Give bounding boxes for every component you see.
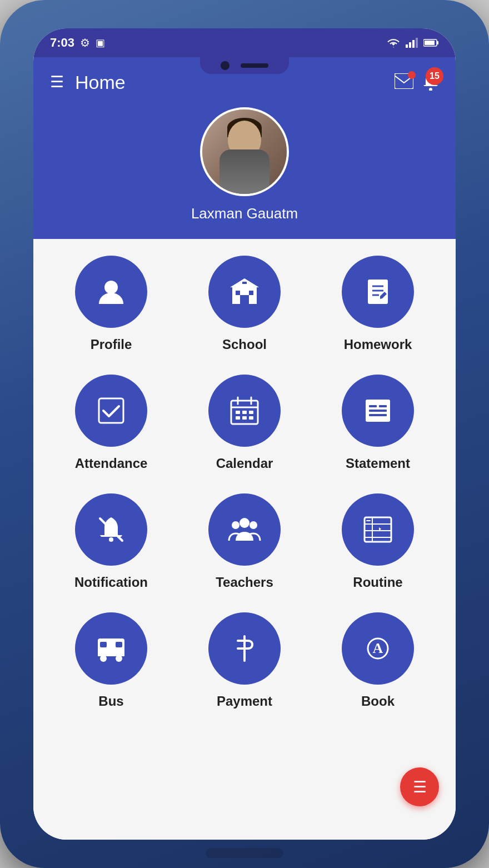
svg-rect-16 xyxy=(368,280,388,304)
svg-rect-1 xyxy=(409,42,411,48)
svg-rect-33 xyxy=(369,410,387,412)
sim-icon: ▣ xyxy=(96,37,105,49)
grid-item-teachers[interactable]: Teachers xyxy=(189,493,300,590)
grid-item-payment[interactable]: Payment xyxy=(189,612,300,709)
notification-icon-circle xyxy=(75,493,147,566)
profile-icon xyxy=(94,275,128,308)
svg-rect-2 xyxy=(412,40,415,48)
fab-button[interactable]: ☰ xyxy=(400,767,439,806)
grid-item-homework[interactable]: Homework xyxy=(322,256,433,352)
svg-rect-3 xyxy=(416,38,418,48)
header-title: Home xyxy=(75,72,126,93)
bus-icon-circle xyxy=(75,612,147,685)
svg-point-39 xyxy=(232,521,239,529)
speaker xyxy=(241,63,268,68)
phone-frame: 7:03 ⚙ ▣ xyxy=(0,0,489,868)
svg-point-36 xyxy=(109,537,113,542)
teachers-icon xyxy=(228,513,261,546)
bus-label: Bus xyxy=(98,694,123,709)
battery-icon xyxy=(423,38,439,47)
notification-label: Notification xyxy=(74,575,148,590)
status-bar: 7:03 ⚙ ▣ xyxy=(33,28,456,57)
statement-label: Statement xyxy=(346,456,410,471)
svg-rect-12 xyxy=(240,295,249,304)
hamburger-menu[interactable]: ☰ xyxy=(50,74,64,90)
grid-row-1: Profile School xyxy=(44,256,445,352)
grid-item-notification[interactable]: Notification xyxy=(56,493,167,590)
svg-rect-15 xyxy=(242,282,247,284)
grid-item-calendar[interactable]: Calendar xyxy=(189,375,300,471)
profile-label: Profile xyxy=(91,337,132,352)
book-icon-circle: A xyxy=(342,612,414,685)
profile-section: Laxman Gauatm xyxy=(33,107,456,239)
svg-point-8 xyxy=(429,88,432,91)
routine-icon-circle xyxy=(342,493,414,566)
email-icon-wrap[interactable] xyxy=(395,73,413,91)
grid-item-school[interactable]: School xyxy=(189,256,300,352)
camera-notch xyxy=(200,57,289,74)
svg-point-9 xyxy=(104,281,118,294)
grid-item-book[interactable]: A Book xyxy=(322,612,433,709)
svg-rect-26 xyxy=(242,411,247,414)
statement-icon-circle xyxy=(342,375,414,447)
svg-rect-25 xyxy=(236,411,240,414)
profile-icon-circle xyxy=(75,256,147,328)
phone-screen: 7:03 ⚙ ▣ xyxy=(33,28,456,840)
profile-name: Laxman Gauatm xyxy=(191,205,298,222)
svg-rect-30 xyxy=(249,416,253,420)
book-label: Book xyxy=(361,694,395,709)
svg-rect-32 xyxy=(369,405,377,407)
svg-rect-0 xyxy=(406,44,408,48)
book-icon: A xyxy=(361,632,395,665)
fab-icon: ☰ xyxy=(413,778,427,796)
notification-off-icon xyxy=(94,513,128,546)
svg-rect-13 xyxy=(236,291,240,295)
routine-icon xyxy=(361,513,395,546)
calendar-icon-circle xyxy=(208,375,281,447)
grid-item-bus[interactable]: Bus xyxy=(56,612,167,709)
svg-rect-5 xyxy=(437,41,438,44)
svg-rect-28 xyxy=(236,416,240,420)
svg-text:A: A xyxy=(373,640,383,656)
routine-label: Routine xyxy=(353,575,402,590)
svg-point-38 xyxy=(239,518,250,528)
attendance-icon-circle xyxy=(75,375,147,447)
email-badge-dot xyxy=(408,71,416,79)
teachers-label: Teachers xyxy=(216,575,273,590)
svg-rect-35 xyxy=(379,405,387,407)
notification-icon-wrap[interactable]: 15 xyxy=(422,72,439,93)
grid-row-3: Notification Teachers xyxy=(44,493,445,590)
home-button[interactable] xyxy=(206,848,283,858)
grid-item-profile[interactable]: Profile xyxy=(56,256,167,352)
bus-icon xyxy=(94,632,128,665)
camera-lens xyxy=(221,61,229,70)
avatar xyxy=(200,107,289,196)
svg-rect-50 xyxy=(116,642,122,647)
svg-rect-29 xyxy=(242,416,247,420)
homework-icon xyxy=(361,275,395,308)
attendance-icon xyxy=(94,394,128,427)
payment-icon xyxy=(228,632,261,665)
notification-badge: 15 xyxy=(426,67,443,85)
signal-icon xyxy=(406,38,418,48)
svg-rect-27 xyxy=(249,411,253,414)
school-label: School xyxy=(222,337,267,352)
payment-label: Payment xyxy=(217,694,272,709)
svg-rect-34 xyxy=(369,414,387,416)
homework-label: Homework xyxy=(344,337,412,352)
calendar-label: Calendar xyxy=(216,456,273,471)
grid-item-routine[interactable]: Routine xyxy=(322,493,433,590)
main-content: Profile School xyxy=(33,239,456,840)
svg-rect-49 xyxy=(100,642,107,647)
attendance-label: Attendance xyxy=(75,456,148,471)
calendar-icon xyxy=(228,394,261,427)
svg-rect-53 xyxy=(98,652,124,656)
grid-item-attendance[interactable]: Attendance xyxy=(56,375,167,471)
grid-item-statement[interactable]: Statement xyxy=(322,375,433,471)
grid-row-2: Attendance xyxy=(44,375,445,471)
svg-rect-14 xyxy=(249,291,253,295)
school-icon xyxy=(228,275,261,308)
payment-icon-circle xyxy=(208,612,281,685)
wifi-icon xyxy=(387,38,400,48)
statement-icon xyxy=(361,394,395,427)
